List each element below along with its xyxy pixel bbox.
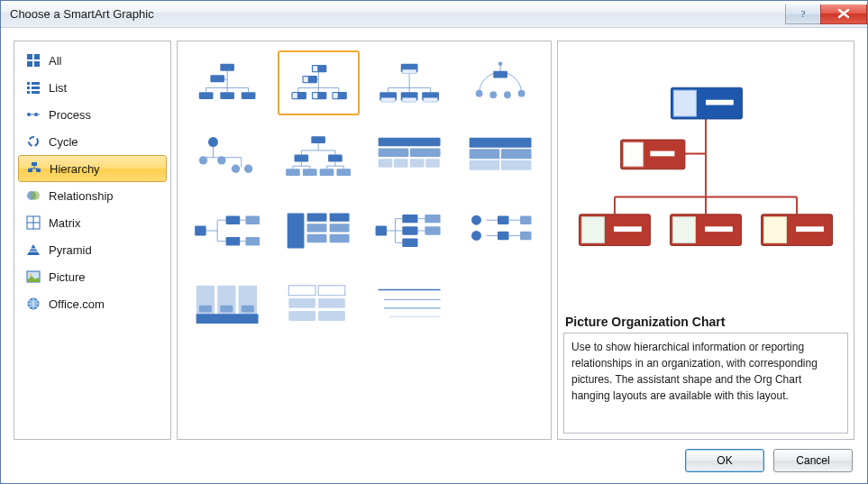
svg-rect-164 [242, 306, 254, 313]
svg-point-12 [34, 113, 38, 116]
category-item-officecom[interactable]: Office.com [18, 290, 167, 317]
svg-rect-37 [211, 75, 225, 82]
svg-point-86 [244, 165, 252, 173]
gallery-item-name-and-title-org-chart[interactable] [369, 50, 451, 115]
category-label: Office.com [49, 297, 105, 311]
svg-rect-77 [494, 71, 508, 78]
hierarchy-icon [26, 160, 42, 177]
gallery-item-circle-picture-hierarchy[interactable] [187, 124, 269, 189]
category-item-matrix[interactable]: Matrix [18, 209, 167, 236]
svg-rect-51 [304, 77, 308, 82]
svg-rect-146 [403, 239, 418, 247]
svg-rect-68 [403, 97, 417, 102]
svg-rect-171 [289, 311, 316, 321]
svg-rect-4 [34, 61, 40, 67]
svg-rect-134 [330, 224, 350, 232]
gallery-item-architecture-layout[interactable] [278, 272, 360, 337]
svg-rect-106 [379, 138, 441, 146]
preview-canvas [558, 41, 854, 309]
svg-rect-189 [650, 151, 674, 157]
svg-rect-53 [293, 93, 297, 98]
preview-panel: Picture Organization Chart Use to show h… [557, 41, 854, 440]
category-label: Process [49, 108, 91, 122]
svg-rect-198 [796, 226, 824, 232]
gallery-item-horizontal-multi-level[interactable] [278, 198, 360, 263]
gallery-item-horizontal-labeled-hierarchy[interactable] [460, 198, 542, 263]
svg-rect-40 [242, 92, 256, 99]
svg-rect-3 [27, 61, 32, 67]
svg-text:?: ? [801, 8, 806, 19]
svg-rect-124 [196, 226, 207, 236]
svg-rect-114 [470, 149, 500, 159]
svg-rect-128 [246, 237, 260, 245]
svg-point-83 [199, 156, 207, 164]
svg-rect-18 [36, 169, 41, 172]
svg-rect-5 [27, 82, 30, 85]
svg-point-11 [27, 113, 31, 116]
category-item-list[interactable]: List [18, 74, 167, 101]
category-label: List [49, 81, 67, 95]
svg-point-82 [208, 137, 218, 147]
matrix-icon [25, 215, 41, 231]
svg-rect-147 [425, 215, 441, 223]
svg-rect-194 [672, 217, 695, 243]
svg-rect-64 [403, 69, 417, 74]
picture-icon [25, 269, 41, 285]
svg-rect-99 [312, 136, 326, 143]
gallery-item-labeled-hierarchy[interactable] [369, 124, 451, 189]
category-item-process[interactable]: Process [18, 101, 167, 128]
svg-rect-170 [319, 298, 346, 308]
svg-rect-10 [32, 91, 40, 94]
panel-row: AllListProcessCycleHierarchyRelationship… [14, 41, 854, 440]
help-button[interactable]: ? [785, 5, 821, 24]
svg-rect-155 [498, 216, 509, 224]
svg-rect-165 [196, 314, 259, 324]
svg-rect-127 [246, 216, 260, 224]
gallery-item-horizontal-org-chart[interactable] [187, 198, 269, 263]
svg-point-84 [218, 156, 226, 164]
preview-description: Use to show hierarchical information or … [563, 333, 848, 434]
category-item-relationship[interactable]: Relationship [18, 182, 167, 209]
category-panel: AllListProcessCycleHierarchyRelationship… [14, 41, 171, 440]
category-item-hierarchy[interactable]: Hierarchy [18, 155, 167, 182]
titlebar: Choose a SmartArt Graphic ? [1, 1, 867, 28]
svg-rect-185 [673, 90, 696, 116]
close-button[interactable] [820, 5, 867, 24]
svg-rect-7 [27, 87, 30, 89]
gallery-item-horizontal-hierarchy[interactable] [369, 198, 451, 263]
gallery-item-table-hierarchy[interactable] [460, 124, 542, 189]
svg-point-74 [490, 91, 498, 98]
svg-point-73 [476, 90, 483, 97]
svg-point-27 [30, 274, 32, 277]
gallery-item-lined-list[interactable] [187, 272, 269, 337]
svg-rect-100 [295, 155, 309, 162]
svg-rect-55 [313, 93, 317, 98]
gallery-item-hierarchy-list[interactable] [369, 272, 451, 337]
category-item-cycle[interactable]: Cycle [18, 128, 167, 155]
svg-rect-131 [307, 224, 327, 232]
svg-rect-133 [330, 213, 350, 221]
svg-rect-188 [624, 142, 644, 167]
svg-rect-8 [32, 87, 40, 89]
gallery-item-half-circle-org-chart[interactable] [460, 50, 542, 115]
svg-rect-9 [27, 91, 30, 94]
gallery-item-hierarchy[interactable] [278, 124, 360, 189]
svg-rect-38 [199, 92, 214, 99]
category-item-pyramid[interactable]: Pyramid [18, 236, 167, 263]
svg-rect-145 [403, 226, 418, 234]
category-item-picture[interactable]: Picture [18, 263, 167, 290]
svg-rect-112 [425, 159, 440, 167]
svg-rect-186 [706, 100, 734, 105]
web-icon [25, 296, 41, 312]
gallery-item-organization-chart[interactable] [187, 50, 269, 115]
svg-rect-49 [313, 66, 317, 71]
svg-rect-156 [498, 232, 509, 240]
svg-point-153 [471, 215, 481, 225]
gallery-item-picture-organization-chart[interactable] [278, 50, 360, 115]
relationship-icon [25, 187, 41, 204]
category-item-all[interactable]: All [18, 47, 167, 74]
ok-button[interactable]: OK [685, 449, 764, 472]
dialog-title: Choose a SmartArt Graphic [10, 7, 785, 21]
svg-point-72 [498, 62, 503, 67]
cancel-button[interactable]: Cancel [773, 449, 853, 472]
